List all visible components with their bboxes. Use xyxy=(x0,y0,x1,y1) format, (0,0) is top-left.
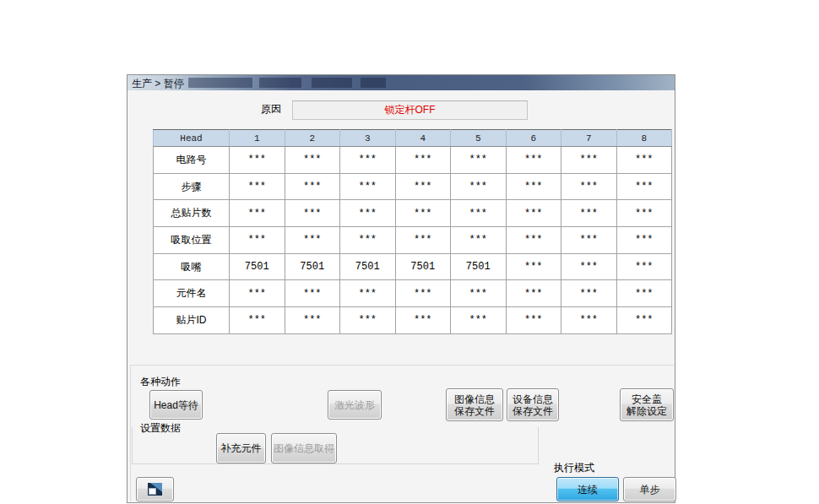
table-cell: *** xyxy=(506,173,561,200)
table-header-cell: 6 xyxy=(506,130,561,147)
title-ghost-text xyxy=(188,78,252,88)
head-wait-label: Head等待 xyxy=(154,399,198,411)
table-header-cell: 7 xyxy=(561,130,617,147)
replenish-component-button[interactable]: 补充元件 xyxy=(216,433,266,463)
settings-group-label: 设置数据 xyxy=(138,421,182,436)
row-label: 电路号 xyxy=(154,147,230,174)
table-cell: *** xyxy=(616,200,672,227)
table-cell: *** xyxy=(230,147,285,174)
table-cell: *** xyxy=(285,147,340,174)
continuous-button[interactable]: 连续 xyxy=(556,477,619,501)
row-label: 步骤 xyxy=(154,173,230,200)
table-header-cell: 8 xyxy=(616,130,672,147)
table-cell: *** xyxy=(616,227,672,254)
table-header-cell: Head xyxy=(154,130,230,147)
table-cell: *** xyxy=(285,280,340,307)
reason-value: 锁定杆OFF xyxy=(385,103,436,117)
image-info-acquire-button[interactable]: 图像信息取得 xyxy=(271,433,337,463)
table-cell: *** xyxy=(561,173,617,200)
table-cell: *** xyxy=(506,307,561,334)
title-ghost-text xyxy=(312,78,352,88)
row-label: 吸取位置 xyxy=(154,227,230,254)
head-table: Head12345678 电路号************************… xyxy=(153,129,672,334)
table-cell: *** xyxy=(285,173,340,200)
table-cell: *** xyxy=(340,147,396,174)
table-header-cell: 3 xyxy=(340,130,396,147)
table-cell: *** xyxy=(340,307,396,334)
table-cell: *** xyxy=(395,280,451,307)
title-ghost-text xyxy=(361,78,386,88)
table-cell: *** xyxy=(451,227,507,254)
title-ghost-text xyxy=(259,78,301,88)
table-cell: *** xyxy=(561,280,617,307)
table-cell: *** xyxy=(230,227,285,254)
table-header-row: Head12345678 xyxy=(154,130,672,147)
table-row: 元件名************************ xyxy=(154,280,672,307)
table-header-cell: 4 xyxy=(395,130,451,147)
table-cell: *** xyxy=(616,307,672,334)
table-cell: *** xyxy=(285,200,340,227)
table-cell: *** xyxy=(561,147,617,174)
table-cell: 7501 xyxy=(340,253,396,280)
head-wait-button[interactable]: Head等待 xyxy=(149,390,203,420)
table-cell: *** xyxy=(230,307,285,334)
device-info-save-line1: 设备信息 xyxy=(513,393,553,405)
safety-cover-line1: 安全盖 xyxy=(632,393,662,405)
table-header-cell: 5 xyxy=(451,130,507,147)
table-cell: *** xyxy=(451,280,507,307)
table-row: 电路号************************ xyxy=(154,147,672,174)
table-cell: *** xyxy=(285,307,340,334)
table-cell: *** xyxy=(561,307,617,334)
table-cell: *** xyxy=(451,173,507,200)
table-cell: *** xyxy=(616,253,672,280)
table-cell: *** xyxy=(506,253,561,280)
image-info-save-line1: 图像信息 xyxy=(454,393,495,405)
panel-separator xyxy=(130,365,674,366)
device-info-save-line2: 保存文件 xyxy=(513,405,553,417)
continuous-label: 连续 xyxy=(578,484,598,496)
single-step-label: 单步 xyxy=(640,484,660,496)
image-info-save-line2: 保存文件 xyxy=(454,405,495,417)
table-cell: *** xyxy=(506,147,561,174)
table-row: 吸取位置************************ xyxy=(154,227,672,254)
safety-cover-line2: 解除设定 xyxy=(626,405,667,417)
table-cell: *** xyxy=(340,280,396,307)
table-cell: *** xyxy=(230,200,285,227)
window-switch-button[interactable] xyxy=(136,477,174,501)
device-info-save-button[interactable]: 设备信息 保存文件 xyxy=(507,388,559,421)
table-header-cell: 2 xyxy=(285,130,340,147)
table-cell: *** xyxy=(561,227,617,254)
reason-label: 原因 xyxy=(261,102,281,117)
panel-border xyxy=(130,365,131,501)
table-cell: *** xyxy=(395,173,451,200)
app-window: 生产 > 暂停 原因 锁定杆OFF Head12345678 电路号******… xyxy=(127,74,675,503)
table-cell: *** xyxy=(285,227,340,254)
table-cell: *** xyxy=(395,227,451,254)
table-cell: *** xyxy=(395,147,451,174)
table-cell: 7501 xyxy=(451,253,507,280)
exec-mode-label: 执行模式 xyxy=(554,461,594,475)
image-info-acquire-label: 图像信息取得 xyxy=(274,442,334,454)
table-cell: *** xyxy=(451,200,507,227)
row-label: 吸嘴 xyxy=(154,253,230,280)
window-switch-icon xyxy=(148,483,162,496)
table-cell: *** xyxy=(616,173,672,200)
table-row: 吸嘴75017501750175017501********* xyxy=(154,253,672,280)
laser-waveform-label: 激光波形 xyxy=(334,399,375,411)
table-header-cell: 1 xyxy=(230,130,285,147)
table-cell: *** xyxy=(340,173,396,200)
laser-waveform-button[interactable]: 激光波形 xyxy=(328,390,382,420)
row-label: 元件名 xyxy=(154,280,230,307)
row-label: 贴片ID xyxy=(154,307,230,334)
table-cell: *** xyxy=(561,200,617,227)
table-row: 贴片ID************************ xyxy=(154,307,672,334)
table-row: 步骤************************ xyxy=(154,173,672,200)
table-cell: 7501 xyxy=(230,253,285,280)
image-info-save-button[interactable]: 图像信息 保存文件 xyxy=(446,388,503,421)
table-cell: 7501 xyxy=(285,253,340,280)
table-cell: *** xyxy=(451,147,507,174)
safety-cover-release-button[interactable]: 安全盖 解除设定 xyxy=(620,388,674,421)
single-step-button[interactable]: 单步 xyxy=(623,477,676,501)
replenish-component-label: 补充元件 xyxy=(221,442,262,454)
desktop: 生产 > 暂停 原因 锁定杆OFF Head12345678 电路号******… xyxy=(0,0,819,504)
